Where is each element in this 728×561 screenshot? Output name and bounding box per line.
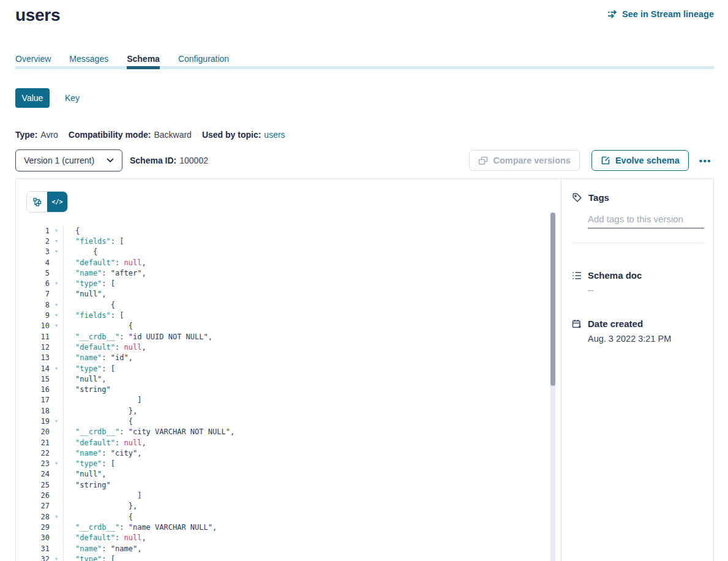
tree-view-button[interactable]	[27, 192, 47, 212]
fold-toggle-icon[interactable]: ▼	[50, 514, 63, 519]
line-number: 4	[26, 258, 50, 267]
page-header: users See in Stream lineage	[15, 5, 714, 26]
version-select[interactable]: Version 1 (current)	[15, 149, 122, 171]
stream-lineage-icon	[607, 10, 618, 18]
code-text: "type": [	[63, 459, 561, 469]
chevron-down-icon	[107, 158, 114, 163]
compare-versions-button[interactable]: Compare versions	[469, 150, 580, 171]
compare-versions-icon	[478, 156, 488, 165]
tab-overview[interactable]: Overview	[15, 54, 51, 69]
code-line: 17 ]	[26, 395, 561, 405]
code-line: 27 },	[26, 501, 561, 511]
code-text: "type": [	[63, 278, 561, 288]
line-number: 21	[26, 439, 50, 447]
fold-toggle-icon[interactable]: ▼	[50, 366, 63, 371]
meta-value: Avro	[40, 130, 58, 140]
add-tags-input[interactable]	[588, 214, 704, 228]
editor-scrollbar-track[interactable]	[550, 213, 555, 561]
line-number: 1	[26, 227, 50, 235]
tab-configuration[interactable]: Configuration	[178, 54, 229, 69]
fold-toggle-icon[interactable]: ▼	[50, 419, 63, 424]
code-text: "type": [	[63, 554, 561, 561]
fold-toggle-icon[interactable]: ▼	[50, 239, 63, 244]
line-number: 22	[26, 449, 50, 457]
code-text: },	[63, 501, 561, 511]
date-created-value: Aug. 3 2022 3:21 PM	[588, 334, 704, 344]
schema-info-sidebar: Tags Schema doc --	[561, 179, 713, 561]
stream-lineage-link[interactable]: See in Stream lineage	[607, 9, 714, 19]
code-text: "default": null,	[63, 342, 561, 352]
line-number: 10	[26, 322, 50, 330]
version-select-value: Version 1 (current)	[24, 156, 94, 165]
line-number: 31	[26, 544, 50, 553]
code-text: "null",	[63, 374, 561, 384]
fold-toggle-icon[interactable]: ▼	[50, 313, 63, 318]
code-line: 6▼ "type": [	[26, 278, 561, 288]
code-text: "null",	[63, 289, 561, 299]
meta-value-link[interactable]: users	[264, 130, 285, 140]
evolve-schema-label: Evolve schema	[615, 156, 680, 165]
line-number: 24	[26, 470, 50, 478]
code-text: {	[63, 225, 561, 236]
fold-toggle-icon[interactable]: ▼	[50, 323, 63, 328]
code-line: 11 "__crdb__": "id UUID NOT NULL",	[26, 331, 561, 342]
code-line: 25 "string"	[26, 480, 561, 490]
sidebar-divider	[572, 243, 704, 243]
code-text: {	[63, 247, 561, 257]
more-actions-button[interactable]: •••	[697, 156, 714, 166]
code-text: {	[63, 299, 561, 310]
stream-lineage-label: See in Stream lineage	[622, 9, 714, 19]
editor-scrollbar-thumb[interactable]	[550, 213, 555, 386]
code-line: 4 "default": null,	[26, 257, 561, 268]
code-line: 7 "null",	[26, 289, 561, 299]
code-line: 2▼ "fields": [	[26, 236, 561, 246]
code-text: "__crdb__": "name VARCHAR NULL",	[63, 522, 561, 532]
tab-bar: OverviewMessagesSchemaConfiguration	[15, 54, 714, 69]
tab-schema[interactable]: Schema	[127, 54, 160, 69]
line-number: 19	[26, 417, 50, 426]
fold-toggle-icon[interactable]: ▼	[50, 281, 63, 286]
meta-label: Used by topic:	[202, 130, 261, 140]
code-line: 28▼ {	[26, 511, 561, 522]
page-title: users	[15, 5, 60, 26]
evolve-schema-icon	[601, 156, 610, 165]
value-toggle-button[interactable]: Value	[15, 88, 50, 108]
code-text: "__crdb__": "city VARCHAR NOT NULL",	[63, 427, 561, 437]
line-number: 6	[26, 279, 50, 288]
line-number: 5	[26, 269, 50, 277]
tags-section: Tags	[572, 192, 704, 243]
code-line: 31 "name": "name",	[26, 543, 561, 554]
fold-toggle-icon[interactable]: ▼	[50, 303, 63, 307]
fold-toggle-icon[interactable]: ▼	[50, 557, 63, 561]
code-text: "string"	[63, 480, 561, 490]
key-toggle-button[interactable]: Key	[65, 93, 80, 103]
page: users See in Stream lineage OverviewMess…	[15, 0, 714, 561]
line-number: 20	[26, 427, 50, 436]
schema-id: Schema ID:100002	[130, 156, 208, 165]
line-number: 30	[26, 533, 50, 542]
fold-toggle-icon[interactable]: ▼	[50, 228, 63, 233]
code-line: 19▼ {	[26, 416, 561, 426]
code-view-icon: </>	[51, 198, 62, 205]
tree-view-icon	[33, 198, 42, 206]
code-text: "string"	[63, 384, 561, 394]
line-number: 26	[26, 491, 50, 500]
line-number: 23	[26, 459, 50, 468]
code-line: 21 "default": null,	[26, 437, 561, 448]
schema-doc-heading: Schema doc	[572, 270, 704, 280]
code-text: {	[63, 416, 561, 426]
code-line: 20 "__crdb__": "city VARCHAR NOT NULL",	[26, 427, 561, 437]
evolve-schema-button[interactable]: Evolve schema	[591, 150, 689, 171]
schema-doc-title: Schema doc	[588, 270, 642, 280]
meta-label: Compatibility mode:	[69, 130, 151, 140]
fold-toggle-icon[interactable]: ▼	[50, 461, 63, 466]
line-number: 12	[26, 343, 50, 352]
line-number: 28	[26, 513, 50, 521]
code-line: 1▼{	[26, 225, 561, 236]
code-line: 13 "name": "id",	[26, 353, 561, 363]
line-number: 29	[26, 523, 50, 532]
fold-toggle-icon[interactable]: ▼	[50, 249, 63, 254]
tab-messages[interactable]: Messages	[69, 54, 108, 69]
code-text: "name": "name",	[63, 543, 561, 554]
code-view-button[interactable]: </>	[47, 192, 67, 212]
